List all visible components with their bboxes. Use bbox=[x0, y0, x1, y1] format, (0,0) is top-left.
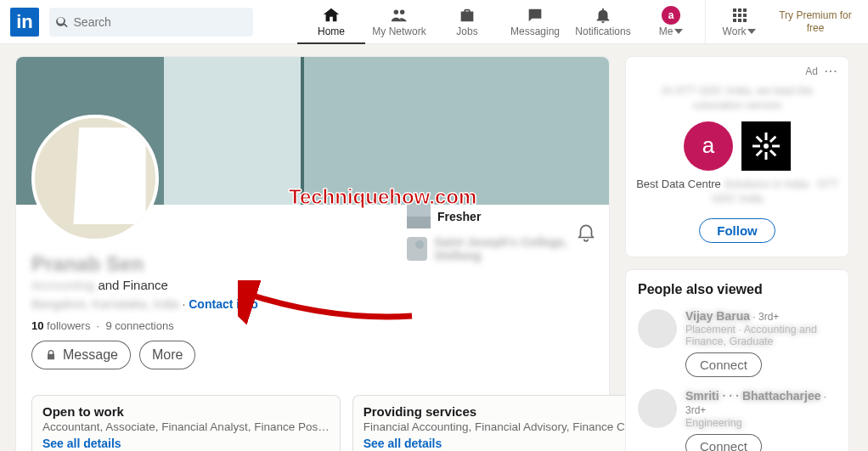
profile-stats: 10 followers · 9 connections bbox=[31, 319, 594, 332]
message-button[interactable]: Message bbox=[31, 341, 131, 369]
school-icon bbox=[407, 237, 427, 261]
avatar bbox=[638, 309, 677, 348]
search-input[interactable] bbox=[74, 15, 246, 29]
open-to-work-box[interactable]: Open to work Accountant, Associate, Fina… bbox=[31, 395, 341, 451]
caret-down-icon bbox=[674, 27, 683, 36]
caret-down-icon bbox=[747, 27, 756, 36]
company-icon bbox=[407, 205, 431, 228]
svg-rect-6 bbox=[756, 149, 763, 156]
try-premium-link[interactable]: Try Premium for free bbox=[773, 9, 858, 34]
search-icon bbox=[56, 15, 69, 29]
nav-jobs[interactable]: Jobs bbox=[433, 0, 501, 44]
education-item[interactable]: Saint Joseph's College, Shillong bbox=[407, 235, 594, 262]
ad-company-logo bbox=[741, 121, 791, 171]
briefcase-icon bbox=[458, 6, 476, 25]
contact-info-link[interactable]: Contact info bbox=[189, 297, 258, 311]
chat-icon bbox=[526, 6, 544, 25]
connect-button[interactable]: Connect bbox=[685, 352, 762, 377]
me-avatar: a bbox=[662, 6, 680, 25]
people-icon bbox=[390, 6, 409, 25]
nav-home[interactable]: Home bbox=[297, 0, 365, 44]
home-icon bbox=[322, 6, 341, 25]
ad-tagline: At STT GDC India, we lead the colocation… bbox=[636, 84, 838, 113]
see-all-details-link[interactable]: See all details bbox=[364, 437, 442, 450]
experience-summary: Fresher Saint Joseph's College, Shillong bbox=[407, 205, 594, 269]
profile-location-row: Bangalore, Karnataka, India · Contact in… bbox=[31, 297, 594, 311]
svg-rect-1 bbox=[765, 132, 768, 140]
bell-icon bbox=[594, 6, 612, 25]
profile-headline: Accounting and Finance bbox=[31, 278, 594, 292]
see-all-details-link[interactable]: See all details bbox=[42, 437, 121, 450]
follow-button[interactable]: Follow bbox=[699, 218, 775, 243]
top-navbar: in Home My Network Jobs Messaging Notifi… bbox=[0, 0, 868, 44]
svg-rect-8 bbox=[769, 149, 776, 156]
nav-messaging[interactable]: Messaging bbox=[501, 0, 569, 44]
linkedin-logo[interactable]: in bbox=[10, 8, 39, 37]
svg-rect-2 bbox=[765, 152, 768, 160]
nav-me[interactable]: a Me bbox=[637, 0, 705, 44]
experience-item[interactable]: Fresher bbox=[407, 205, 594, 228]
profile-card: Pranab Sen Accounting and Finance Bangal… bbox=[15, 56, 610, 451]
pav-person[interactable]: Smriti · · · Bhattacharjee · 3rd+ Engine… bbox=[638, 389, 837, 451]
nav-items: Home My Network Jobs Messaging Notificat… bbox=[297, 0, 858, 44]
svg-rect-3 bbox=[752, 144, 760, 147]
connect-button[interactable]: Connect bbox=[685, 434, 762, 451]
cover-photo[interactable] bbox=[16, 57, 609, 205]
pav-title: People also viewed bbox=[638, 282, 837, 297]
svg-rect-4 bbox=[772, 144, 780, 147]
avatar bbox=[638, 389, 677, 428]
nav-notifications[interactable]: Notifications bbox=[569, 0, 637, 44]
nav-network[interactable]: My Network bbox=[365, 0, 433, 44]
ad-menu-icon[interactable]: ··· bbox=[825, 65, 838, 77]
svg-point-0 bbox=[764, 144, 769, 149]
svg-rect-7 bbox=[756, 135, 763, 142]
nav-work[interactable]: Work bbox=[705, 0, 773, 44]
providing-services-box[interactable]: Providing services Financial Accounting,… bbox=[352, 395, 654, 451]
ad-title: Best Data Centre Solutions in India · ST… bbox=[636, 178, 838, 206]
search-box[interactable] bbox=[49, 8, 253, 37]
ad-avatar: a bbox=[684, 121, 733, 171]
more-button[interactable]: More bbox=[139, 341, 195, 369]
pav-person[interactable]: Vijay Barua · 3rd+ Placement · Accountin… bbox=[638, 309, 837, 377]
svg-rect-5 bbox=[769, 135, 776, 142]
ad-label: Ad bbox=[805, 65, 818, 77]
lock-icon bbox=[44, 348, 58, 362]
people-also-viewed-card: People also viewed Vijay Barua · 3rd+ Pl… bbox=[625, 269, 849, 451]
grid-icon bbox=[731, 7, 748, 24]
ad-card: Ad ··· At STT GDC India, we lead the col… bbox=[625, 56, 849, 257]
